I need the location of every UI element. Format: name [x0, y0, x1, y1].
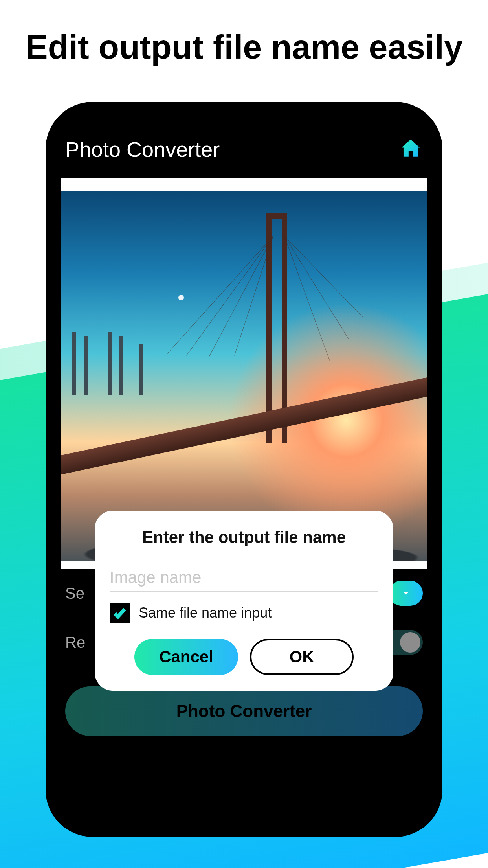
- check-icon: [112, 605, 127, 620]
- convert-button-label: Photo Converter: [176, 701, 312, 721]
- toggle-knob: [400, 632, 420, 653]
- ok-button-label: OK: [290, 647, 314, 666]
- modal-title: Enter the output file name: [110, 528, 378, 547]
- filename-modal: Enter the output file name Same file nam…: [95, 511, 393, 691]
- marketing-headline: Edit output file name easily: [0, 0, 488, 66]
- same-name-checkbox[interactable]: [110, 603, 130, 623]
- format-dropdown-button[interactable]: [389, 581, 423, 606]
- app-title: Photo Converter: [65, 137, 220, 162]
- convert-button[interactable]: Photo Converter: [65, 686, 423, 736]
- image-preview-area: [61, 178, 427, 569]
- select-format-label: Se: [65, 585, 84, 602]
- chevron-down-icon: [400, 588, 411, 599]
- same-name-checkbox-label: Same file name input: [139, 605, 272, 621]
- cancel-button-label: Cancel: [159, 647, 213, 666]
- replace-label: Re: [65, 634, 85, 651]
- app-header: Photo Converter: [61, 125, 427, 178]
- ok-button[interactable]: OK: [250, 639, 354, 675]
- cancel-button[interactable]: Cancel: [134, 639, 238, 675]
- preview-photo: [61, 191, 427, 561]
- home-icon[interactable]: [398, 136, 423, 162]
- filename-input[interactable]: [110, 564, 378, 592]
- phone-frame: Photo Converter: [46, 102, 442, 837]
